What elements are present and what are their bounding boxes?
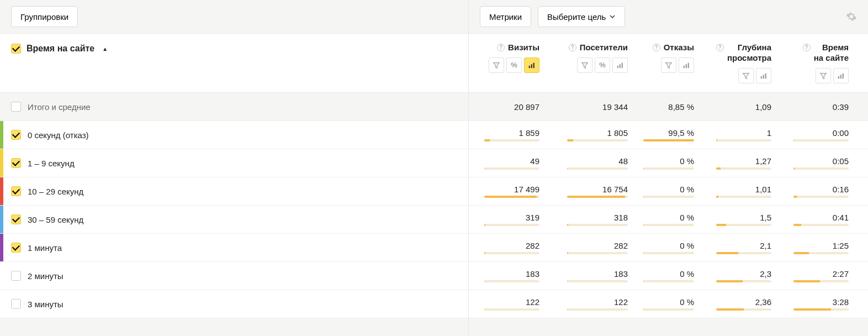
row-checkbox[interactable]	[11, 243, 21, 253]
dimension-title[interactable]: Время на сайте ▲	[11, 44, 108, 54]
column-tools	[816, 68, 849, 83]
metric-cell: 1 859	[469, 121, 546, 149]
sort-ascending-icon: ▲	[102, 46, 108, 52]
column-title[interactable]: ?Глубинапросмотра	[716, 43, 771, 64]
value-bar	[643, 167, 694, 170]
value-bar	[567, 308, 628, 311]
metric-cell: 318	[546, 206, 634, 233]
value-bar	[643, 139, 694, 141]
metric-value: 0 %	[680, 270, 694, 278]
svg-rect-13	[840, 75, 841, 78]
chart-tool-icon[interactable]	[756, 68, 771, 83]
metric-cell: 2,3	[701, 262, 778, 290]
metric-cell: 122	[469, 290, 546, 318]
column-tools: %	[489, 57, 539, 73]
table-row: 2822820 %2,11:25	[469, 234, 868, 262]
svg-rect-10	[763, 75, 764, 78]
row-checkbox[interactable]	[11, 299, 21, 309]
metric-value: 17 499	[514, 185, 539, 193]
column-tools: %	[577, 57, 628, 73]
value-bar	[716, 196, 771, 198]
value-bar	[567, 196, 628, 198]
groupings-button[interactable]: Группировки	[11, 6, 78, 27]
metric-value: 282	[526, 242, 539, 250]
svg-rect-11	[765, 73, 766, 78]
metrics-button[interactable]: Метрики	[480, 6, 531, 27]
help-icon[interactable]: ?	[497, 44, 505, 51]
totals-row: 20 89719 3448,85 %1,090:39	[469, 93, 868, 121]
filter-tool-icon[interactable]	[489, 57, 504, 73]
row-label: 30 – 59 секунд	[28, 215, 83, 224]
value-bar	[793, 167, 849, 170]
percent-tool-icon[interactable]: %	[506, 57, 522, 73]
chart-tool-icon[interactable]	[679, 57, 694, 73]
value-bar	[484, 139, 539, 141]
value-bar	[643, 252, 694, 254]
column-title[interactable]: ?Отказы	[653, 43, 694, 53]
metric-value: 2,3	[760, 270, 771, 278]
table-row: 30 – 59 секунд	[0, 206, 468, 234]
metric-value: 0 %	[680, 185, 694, 193]
row-checkbox[interactable]	[11, 130, 21, 140]
column-label: Времяна сайте	[814, 43, 849, 64]
svg-rect-12	[838, 76, 839, 78]
help-icon[interactable]: ?	[569, 44, 576, 51]
value-bar	[716, 139, 771, 141]
metric-value: 0 %	[680, 298, 694, 306]
metric-cell: 0 %	[634, 149, 701, 177]
row-checkbox[interactable]	[11, 186, 21, 196]
metric-value: 318	[614, 213, 628, 222]
help-icon[interactable]: ?	[653, 44, 660, 51]
metric-value: 0:00	[833, 129, 849, 137]
column-title[interactable]: ?Посетители	[569, 43, 628, 53]
filter-tool-icon[interactable]	[816, 68, 831, 83]
percent-tool-icon[interactable]: %	[595, 57, 610, 73]
dimension-checkbox[interactable]	[11, 44, 21, 54]
help-icon[interactable]: ?	[803, 44, 811, 51]
metric-cell: 0 %	[634, 234, 701, 261]
table-row: 1221220 %2,363:28	[469, 290, 868, 318]
metric-value: 3:28	[833, 298, 849, 306]
filter-tool-icon[interactable]	[661, 57, 676, 73]
value-bar	[716, 308, 771, 311]
color-stripe	[0, 206, 3, 233]
metric-cell: 2,1	[701, 234, 778, 261]
metric-cell: 1	[701, 121, 778, 149]
row-checkbox[interactable]	[11, 271, 21, 281]
row-label: 2 минуты	[28, 271, 63, 281]
dimension-label: Время на сайте	[27, 44, 94, 54]
metric-cell: 0:16	[778, 177, 855, 205]
color-stripe	[0, 121, 3, 149]
metric-value: 122	[526, 298, 539, 306]
metric-cell: 0:00	[778, 121, 855, 149]
help-icon[interactable]: ?	[716, 44, 724, 51]
table-row: 1 – 9 секунд	[0, 149, 468, 177]
metric-value: 8,85 %	[668, 103, 694, 111]
filter-tool-icon[interactable]	[577, 57, 592, 73]
metric-cell: 2:27	[778, 262, 855, 290]
chart-tool-icon[interactable]	[833, 68, 849, 83]
table-row: 0 секунд (отказ)	[0, 121, 468, 149]
metric-value: 0:39	[833, 103, 849, 111]
settings-gear-icon[interactable]	[846, 11, 857, 22]
chart-tool-icon[interactable]	[612, 57, 628, 73]
goal-select-button[interactable]: Выберите цель	[538, 6, 625, 27]
chart-tool-icon[interactable]	[524, 57, 539, 73]
metric-cell: 282	[546, 234, 634, 261]
value-bar	[484, 308, 539, 311]
value-bar	[643, 280, 694, 282]
row-checkbox[interactable]	[11, 214, 21, 224]
totals-checkbox[interactable]	[11, 102, 21, 112]
metric-value: 122	[614, 298, 628, 306]
column-label: Отказы	[664, 43, 694, 53]
row-checkbox[interactable]	[11, 158, 21, 168]
svg-rect-0	[529, 66, 530, 68]
column-title[interactable]: ?Времяна сайте	[803, 43, 849, 64]
svg-rect-3	[617, 66, 618, 68]
metric-cell: 0:41	[778, 206, 855, 233]
filter-tool-icon[interactable]	[738, 68, 754, 83]
row-label: 1 минута	[28, 243, 62, 253]
column-title[interactable]: ?Визиты	[497, 43, 539, 53]
metric-rows: 20 89719 3448,85 %1,090:391 8591 80599,5…	[469, 93, 868, 336]
dimension-rows: Итого и средние0 секунд (отказ)1 – 9 сек…	[0, 93, 468, 336]
